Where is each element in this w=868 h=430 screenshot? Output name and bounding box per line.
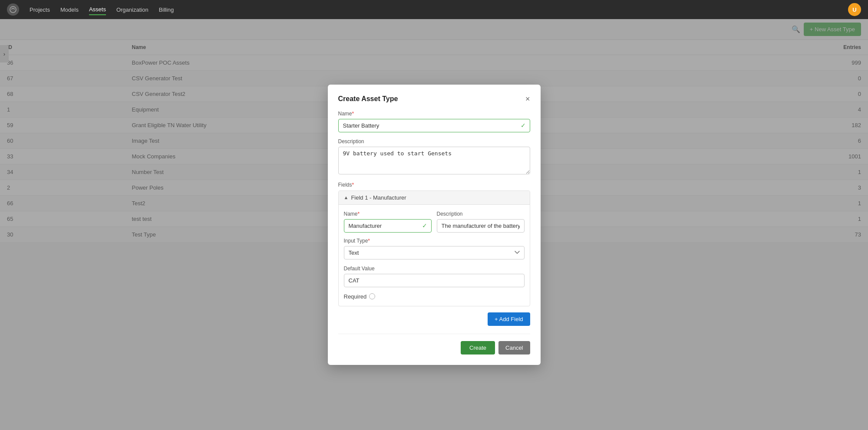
main-content: 🔍 + New Asset Type › ID Name Entries 36 …: [0, 19, 868, 430]
field1-name-input-wrapper: ✓: [344, 219, 432, 233]
field1-name-check-icon: ✓: [422, 222, 427, 229]
field1-default-value-input[interactable]: [344, 274, 525, 287]
close-modal-button[interactable]: ×: [525, 95, 530, 103]
field1-name-input[interactable]: [344, 219, 432, 233]
field1-input-type-label: Input Type*: [344, 238, 525, 244]
field1-input-type-group: Input Type* Text Number Date Boolean: [344, 238, 525, 259]
create-asset-type-modal: Create Asset Type × Name* ✓ Description …: [328, 85, 541, 365]
field1-name-col: Name* ✓: [344, 211, 432, 233]
field1-name-label: Name*: [344, 211, 432, 217]
description-input[interactable]: 9V battery used to start Gensets: [338, 147, 530, 174]
field1-required-label: Required: [344, 293, 367, 300]
description-label: Description: [338, 138, 530, 144]
name-check-icon: ✓: [521, 122, 526, 129]
nav-billing[interactable]: Billing: [159, 5, 174, 15]
field1-desc-label: Description: [437, 211, 525, 217]
field1-body: Name* ✓ Description: [339, 205, 530, 306]
description-form-group: Description 9V battery used to start Gen…: [338, 138, 530, 176]
nav-projects[interactable]: Projects: [30, 5, 50, 15]
field1-chevron-icon: ▲: [344, 195, 349, 200]
fields-section-wrapper: Fields* ▲ Field 1 - Manufacturer: [338, 182, 530, 306]
field1-header-label: Field 1 - Manufacturer: [351, 194, 406, 201]
field1-input-type-required-star: *: [368, 238, 370, 244]
field1-name-required-star: *: [358, 211, 360, 217]
modal-overlay: Create Asset Type × Name* ✓ Description …: [0, 19, 868, 430]
cancel-button[interactable]: Cancel: [498, 341, 530, 355]
nav-models[interactable]: Models: [60, 5, 79, 15]
name-required-star: *: [352, 111, 354, 117]
field1-header[interactable]: ▲ Field 1 - Manufacturer: [339, 191, 530, 205]
name-input-wrapper: ✓: [338, 119, 530, 132]
field1-input-type-select[interactable]: Text Number Date Boolean: [344, 246, 525, 259]
field1-default-value-label: Default Value: [344, 266, 525, 272]
modal-footer: Create Cancel: [338, 334, 530, 355]
field1-desc-input[interactable]: [437, 219, 525, 233]
field1-desc-col: Description: [437, 211, 525, 233]
name-label: Name*: [338, 111, 530, 117]
name-input[interactable]: [338, 119, 530, 132]
fields-label: Fields*: [338, 182, 530, 188]
name-form-group: Name* ✓: [338, 111, 530, 132]
field1-required-radio[interactable]: [369, 293, 375, 299]
top-nav: Projects Models Assets Organization Bill…: [0, 0, 868, 19]
fields-required-star: *: [352, 182, 354, 188]
user-avatar: U: [848, 3, 861, 16]
field1-default-value-group: Default Value: [344, 266, 525, 287]
modal-header: Create Asset Type ×: [338, 95, 530, 103]
svg-point-0: [10, 7, 16, 13]
add-field-button[interactable]: + Add Field: [488, 312, 530, 326]
nav-organization[interactable]: Organization: [116, 5, 149, 15]
field1-required-row: Required: [344, 293, 525, 300]
fields-section: ▲ Field 1 - Manufacturer Name*: [338, 190, 530, 306]
app-logo: [7, 3, 19, 16]
field1-name-desc-row: Name* ✓ Description: [344, 211, 525, 233]
nav-assets[interactable]: Assets: [89, 4, 106, 15]
modal-title: Create Asset Type: [338, 95, 398, 103]
create-button[interactable]: Create: [461, 341, 495, 355]
